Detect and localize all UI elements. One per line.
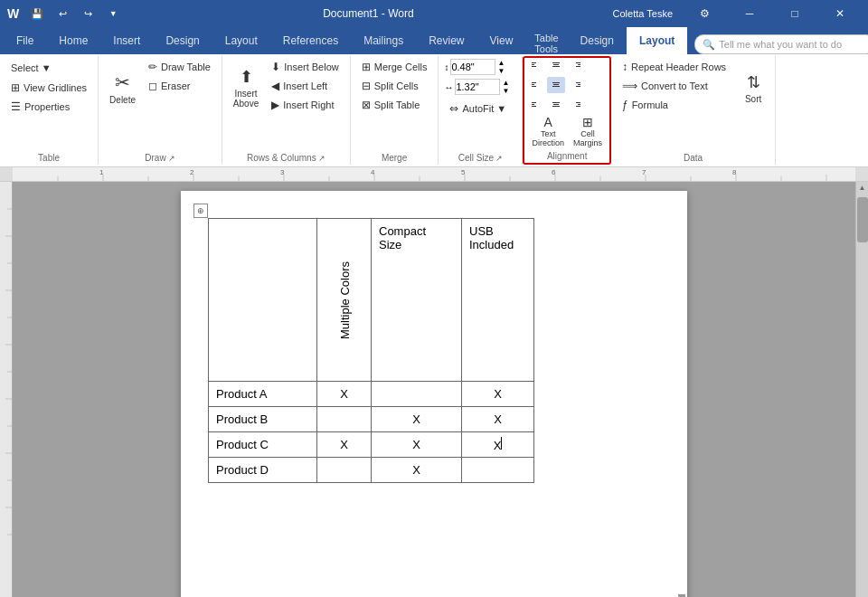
convert-to-text-button[interactable]: ⟹ Convert to Text (617, 77, 731, 95)
formula-button[interactable]: ƒ Formula (617, 96, 731, 114)
svg-text:6: 6 (552, 168, 556, 176)
scroll-up-btn[interactable]: ▲ (857, 182, 868, 194)
tab-references[interactable]: References (270, 27, 351, 54)
tab-review[interactable]: Review (416, 27, 476, 54)
properties-label: Properties (24, 101, 70, 112)
svg-text:8: 8 (732, 168, 737, 176)
vertical-scrollbar[interactable]: ▲ ▼ (855, 182, 868, 597)
svg-rect-15 (576, 82, 580, 83)
width-up-btn[interactable]: ▲ (502, 79, 509, 87)
eraser-button[interactable]: ◻ Eraser (143, 77, 216, 95)
tab-insert[interactable]: Insert (100, 27, 153, 54)
svg-text:5: 5 (461, 168, 466, 176)
svg-rect-9 (532, 82, 536, 83)
maximize-btn[interactable]: □ (774, 0, 816, 27)
ruler-left-margin (0, 167, 13, 181)
insert-above-button[interactable]: ⬆ InsertAbove (228, 58, 264, 118)
draw-group-arrow[interactable]: ↗ (168, 154, 175, 163)
align-bottom-right-btn[interactable] (566, 94, 584, 110)
tab-table-layout[interactable]: Layout (627, 27, 687, 54)
insert-below-button[interactable]: ⬇ Insert Below (266, 58, 344, 76)
table-row-header: Multiple Colors CompactSize USBIncluded (209, 219, 534, 382)
split-table-button[interactable]: ⊠ Split Table (356, 96, 433, 114)
insert-left-button[interactable]: ◀ Insert Left (266, 77, 344, 95)
autofit-button[interactable]: ⇔ AutoFit ▼ (444, 100, 516, 118)
save-quick-btn[interactable]: 💾 (26, 3, 48, 24)
merge-cells-button[interactable]: ⊞ Merge Cells (356, 58, 433, 76)
svg-text:3: 3 (280, 168, 285, 176)
close-btn[interactable]: ✕ (819, 0, 861, 27)
tell-me-bar[interactable]: 🔍 Tell me what you want to do (694, 34, 868, 54)
tab-file[interactable]: File (4, 27, 46, 54)
svg-text:4: 4 (371, 168, 375, 176)
horizontal-ruler: 1 2 3 4 5 6 7 8 (0, 167, 868, 182)
split-cells-label: Split Cells (374, 81, 419, 91)
select-button[interactable]: Select ▼ (5, 58, 92, 78)
text-direction-button[interactable]: A TextDirection (528, 113, 568, 149)
split-cells-icon: ⊟ (362, 80, 371, 92)
properties-button[interactable]: ☰ Properties (5, 98, 92, 116)
svg-rect-11 (532, 86, 536, 87)
insert-right-button[interactable]: ▶ Insert Right (266, 96, 344, 114)
height-up-btn[interactable]: ▲ (497, 59, 505, 67)
align-center-left-btn[interactable] (528, 77, 546, 93)
align-bottom-center-btn[interactable] (547, 94, 565, 110)
cell-margins-button[interactable]: ⊞ CellMargins (570, 113, 606, 149)
quick-access-toolbar: W 💾 ↩ ↪ ▼ (7, 3, 124, 24)
repeat-header-rows-button[interactable]: ↕ Repeat Header Rows (617, 58, 731, 76)
height-input[interactable] (450, 59, 495, 75)
tab-design[interactable]: Design (153, 27, 212, 54)
align-top-left-btn[interactable] (528, 60, 546, 76)
autofit-label: AutoFit ▼ (462, 103, 506, 114)
align-center-btn[interactable] (547, 77, 565, 93)
svg-rect-8 (576, 66, 580, 67)
align-center-right-btn[interactable] (566, 77, 584, 93)
undo-quick-btn[interactable]: ↩ (52, 3, 73, 24)
table-cell-c-compact-size: X (372, 432, 462, 458)
table-cell-d-compact-size: X (372, 458, 462, 483)
rows-columns-content: ⬆ InsertAbove ⬇ Insert Below ◀ Insert Le… (228, 58, 344, 153)
doc-scroll-area[interactable]: ⊕ Multiple Colors CompactSize USBInclude… (13, 182, 855, 597)
table-cell-c-usb-included: X (462, 432, 534, 458)
width-down-btn[interactable]: ▼ (502, 87, 509, 95)
svg-rect-1 (532, 64, 534, 65)
align-top-center-btn[interactable] (547, 60, 565, 76)
tab-view[interactable]: View (477, 27, 526, 54)
tab-mailings[interactable]: Mailings (351, 27, 416, 54)
table-cell-empty-header (209, 219, 317, 382)
rows-columns-arrow[interactable]: ↗ (318, 154, 326, 163)
insert-right-label: Insert Right (283, 100, 334, 110)
draw-table-button[interactable]: ✏ Draw Table (143, 58, 216, 76)
align-bottom-left-btn[interactable] (528, 94, 546, 110)
svg-rect-17 (576, 86, 580, 87)
scrollbar-thumb[interactable] (857, 197, 868, 242)
sort-button[interactable]: ⇅ Sort (737, 58, 769, 118)
align-top-right-btn[interactable] (566, 60, 584, 76)
height-icon: ↕ (444, 62, 448, 72)
tab-layout[interactable]: Layout (212, 27, 270, 54)
width-input[interactable] (455, 79, 500, 95)
tab-home[interactable]: Home (46, 27, 100, 54)
tab-table-design[interactable]: Design (568, 27, 627, 54)
height-down-btn[interactable]: ▼ (497, 67, 505, 75)
repeat-header-label: Repeat Header Rows (631, 62, 726, 72)
split-table-icon: ⊠ (362, 99, 371, 111)
minimize-btn[interactable]: ─ (729, 0, 770, 27)
svg-rect-3 (552, 62, 560, 63)
view-gridlines-button[interactable]: ⊞ View Gridlines (5, 79, 92, 97)
insert-left-label: Insert Left (283, 81, 327, 91)
redo-quick-btn[interactable]: ↪ (77, 3, 99, 24)
table-cell-c-multiple-colors: X (317, 432, 372, 458)
split-cells-button[interactable]: ⊟ Split Cells (356, 77, 433, 95)
quick-access-dropdown[interactable]: ▼ (102, 3, 124, 24)
svg-rect-24 (576, 102, 580, 103)
svg-rect-14 (552, 86, 560, 87)
ribbon-settings-btn[interactable]: ⚙ (684, 0, 725, 27)
table-move-handle[interactable]: ⊕ (193, 204, 208, 218)
svg-rect-16 (578, 84, 580, 85)
delete-button[interactable]: ✂ Delete (104, 58, 141, 118)
cell-size-arrow[interactable]: ↗ (495, 154, 503, 163)
svg-rect-2 (532, 66, 536, 67)
table-cell-multiple-colors: Multiple Colors (317, 219, 372, 382)
split-table-label: Split Table (374, 100, 420, 110)
